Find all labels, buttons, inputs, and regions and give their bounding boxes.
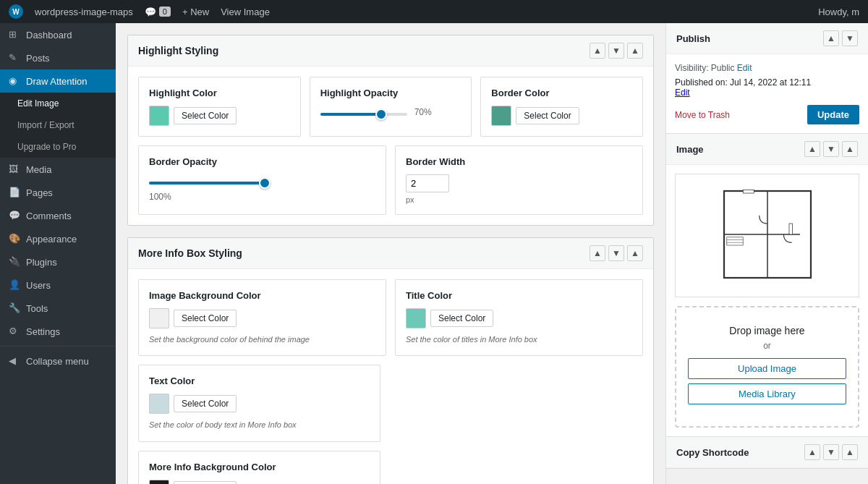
visibility-edit-link[interactable]: Edit	[737, 63, 752, 73]
sidebar-label-plugins: Plugins	[26, 257, 57, 268]
image-bg-color-btn[interactable]: Select Color	[174, 310, 237, 327]
collapse-icon: ◀	[9, 355, 20, 367]
published-label: Published on:	[675, 77, 728, 88]
image-collapse-down-btn[interactable]: ▼	[823, 141, 839, 157]
highlight-opacity-value: 70%	[414, 107, 432, 117]
sidebar-label-import-export: Import / Export	[17, 120, 75, 130]
more-info-collapse-up-btn[interactable]: ▲	[590, 245, 605, 261]
sidebar-item-edit-image[interactable]: Edit Image	[0, 93, 116, 114]
text-color-btn[interactable]: Select Color	[174, 395, 237, 412]
visibility-row: Visibility: Public Edit	[675, 63, 859, 73]
more-info-bg-swatch	[149, 480, 169, 484]
sidebar-submenu-draw-attention: Edit Image Import / Export Upgrade to Pr…	[0, 93, 116, 158]
highlight-opacity-track[interactable]	[320, 113, 407, 116]
title-color-desc: Set the color of titles in More Info box	[406, 334, 632, 345]
image-toggle-btn[interactable]: ▲	[842, 141, 858, 157]
upload-image-btn[interactable]: Upload Image	[688, 358, 846, 379]
sidebar-item-import-export[interactable]: Import / Export	[0, 114, 116, 136]
new-link[interactable]: + New	[182, 7, 209, 17]
appearance-icon: 🎨	[9, 233, 20, 245]
admin-bar: W wordpress-image-maps 💬 0 + New View Im…	[0, 0, 868, 23]
border-opacity-label: Border Opacity	[149, 156, 375, 167]
published-edit-link[interactable]: Edit	[675, 88, 690, 98]
image-panel-title: Image	[676, 144, 704, 155]
sidebar-item-dashboard[interactable]: ⊞ Dashboard	[0, 23, 116, 46]
move-to-trash-link[interactable]: Move to Trash	[675, 110, 730, 120]
border-color-btn[interactable]: Select Color	[516, 107, 579, 124]
highlight-color-row: Select Color	[149, 106, 290, 126]
image-bg-color-card: Image Background Color Select Color Set …	[138, 279, 386, 356]
text-color-desc: Set the color of body text in More Info …	[149, 420, 370, 430]
sidebar-item-media[interactable]: 🖼 Media	[0, 158, 116, 181]
media-library-btn[interactable]: Media Library	[688, 383, 846, 404]
border-opacity-slider-container: 100%	[149, 174, 375, 202]
highlight-opacity-label: Highlight Opacity	[320, 88, 461, 98]
highlight-toggle-btn[interactable]: ▲	[627, 43, 643, 59]
more-info-styling-title: More Info Box Styling	[138, 247, 242, 259]
highlight-collapse-down-btn[interactable]: ▼	[608, 43, 624, 59]
sidebar-label-settings: Settings	[26, 326, 60, 337]
update-btn[interactable]: Update	[807, 105, 859, 124]
publish-title: Publish	[676, 33, 710, 44]
more-info-styling-header: More Info Box Styling ▲ ▼ ▲	[128, 238, 653, 269]
more-info-bg-btn[interactable]: Select Color	[174, 481, 237, 484]
sidebar-item-draw-attention[interactable]: ◉ Draw Attention	[0, 69, 116, 93]
posts-icon: ✎	[9, 52, 20, 64]
sidebar-label-posts: Posts	[26, 53, 50, 64]
sidebar-item-pages[interactable]: 📄 Pages	[0, 181, 116, 204]
more-info-row3: More Info Background Color Select Color …	[138, 451, 643, 484]
shortcode-toggle-btn[interactable]: ▲	[842, 444, 858, 460]
title-color-btn[interactable]: Select Color	[430, 310, 493, 327]
more-info-toggle-btn[interactable]: ▲	[627, 245, 643, 261]
sidebar-item-tools[interactable]: 🔧 Tools	[0, 297, 116, 320]
sidebar-item-collapse[interactable]: ◀ Collapse menu	[0, 349, 116, 373]
border-width-field[interactable]: 2	[406, 174, 449, 192]
sidebar-item-settings[interactable]: ⚙ Settings	[0, 320, 116, 343]
publish-panel-body: Visibility: Public Edit Published on: Ju…	[666, 54, 868, 133]
publish-collapse-up-btn[interactable]: ▲	[823, 30, 839, 46]
media-icon: 🖼	[9, 164, 20, 175]
border-opacity-track[interactable]	[149, 182, 265, 184]
sidebar-item-users[interactable]: 👤 Users	[0, 273, 116, 297]
text-color-label: Text Color	[149, 375, 370, 386]
sidebar-item-plugins[interactable]: 🔌 Plugins	[0, 250, 116, 273]
plugins-icon: 🔌	[9, 256, 20, 268]
site-name[interactable]: wordpress-image-maps	[35, 7, 133, 17]
tools-icon: 🔧	[9, 302, 20, 314]
highlight-color-swatch	[149, 106, 169, 126]
sidebar-item-posts[interactable]: ✎ Posts	[0, 46, 116, 69]
shortcode-collapse-down-btn[interactable]: ▼	[823, 444, 839, 460]
publish-collapse-down-btn[interactable]: ▼	[842, 30, 858, 46]
title-color-row: Select Color	[406, 308, 632, 328]
sidebar-divider	[0, 346, 116, 347]
dashboard-icon: ⊞	[9, 29, 20, 41]
shortcode-collapse-up-btn[interactable]: ▲	[804, 444, 820, 460]
highlight-styling-panel: Highlight Styling ▲ ▼ ▲ Highlight Color …	[127, 35, 654, 226]
highlight-collapse-up-btn[interactable]: ▲	[590, 43, 605, 59]
comments-link[interactable]: 💬 0	[145, 7, 171, 17]
howdy: Howdy, m	[818, 7, 859, 17]
svg-rect-6	[726, 237, 743, 245]
title-color-card: Title Color Select Color Set the color o…	[395, 279, 643, 356]
border-opacity-card: Border Opacity 100%	[138, 145, 386, 215]
sidebar-item-comments[interactable]: 💬 Comments	[0, 204, 116, 227]
border-color-row: Select Color	[491, 106, 632, 126]
floor-plan-preview	[675, 174, 859, 297]
border-width-unit: px	[406, 195, 632, 204]
more-info-styling-controls: ▲ ▼ ▲	[590, 245, 643, 261]
border-width-input-container: 2 px	[406, 174, 632, 204]
highlight-color-btn[interactable]: Select Color	[174, 107, 237, 124]
image-collapse-up-btn[interactable]: ▲	[804, 141, 820, 157]
sidebar-label-media: Media	[26, 164, 51, 175]
comment-count: 0	[159, 7, 171, 17]
sidebar-item-upgrade[interactable]: Upgrade to Pro	[0, 136, 116, 158]
sidebar-item-appearance[interactable]: 🎨 Appearance	[0, 227, 116, 250]
more-info-collapse-down-btn[interactable]: ▼	[608, 245, 624, 261]
pages-icon: 📄	[9, 187, 20, 198]
border-color-swatch	[491, 106, 511, 126]
view-image-link[interactable]: View Image	[221, 7, 270, 17]
published-info: Published on: Jul 14, 2022 at 12:11 Edit	[675, 77, 859, 98]
image-bg-color-row: Select Color	[149, 308, 375, 328]
right-sidebar: Publish ▲ ▼ Visibility: Public Edit Publ…	[665, 23, 868, 484]
sidebar-label-draw-attention: Draw Attention	[26, 76, 88, 87]
